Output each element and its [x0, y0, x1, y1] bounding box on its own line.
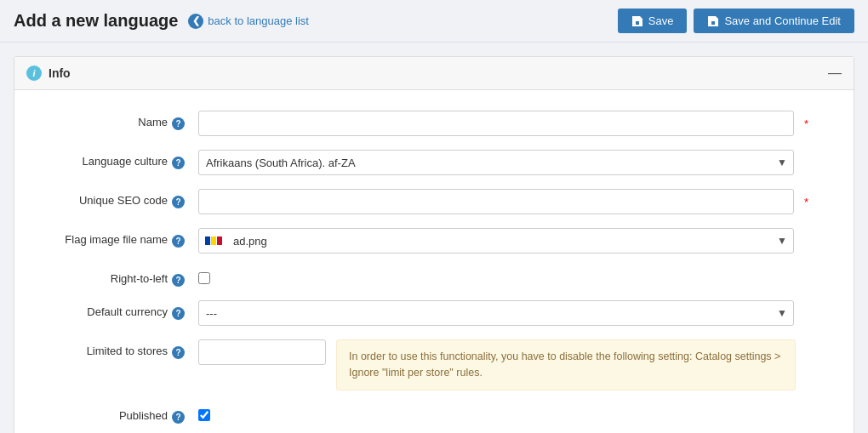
flag-image-row: Flag image file name ? ad.p: [14, 221, 854, 260]
content-area: i Info — Name ? * Language cul: [0, 43, 868, 433]
name-row: Name ? *: [14, 104, 854, 143]
language-culture-label: Language culture ?: [28, 150, 198, 169]
seo-code-input[interactable]: [198, 189, 794, 214]
flag-select-wrap: ad.png ▼: [198, 228, 794, 254]
default-currency-select-wrap: --- ▼: [198, 300, 794, 326]
language-culture-control-wrap: Afrikaans (South Africa). af-ZA ▼: [198, 150, 840, 175]
collapse-icon[interactable]: —: [828, 66, 842, 80]
seo-code-help-icon[interactable]: ?: [172, 196, 185, 208]
language-culture-select-wrap: Afrikaans (South Africa). af-ZA ▼: [198, 150, 794, 175]
limited-stores-control-wrap: In order to use this functionality, you …: [198, 339, 840, 390]
panel-header: i Info —: [14, 57, 854, 90]
top-bar: Add a new language ❮ back to language li…: [0, 0, 868, 43]
published-label: Published ?: [28, 404, 198, 424]
default-currency-label: Default currency ?: [28, 300, 198, 320]
panel-header-left: i Info: [26, 66, 71, 81]
limited-stores-input[interactable]: [198, 339, 326, 365]
panel-body: Name ? * Language culture ? Afrikaa: [14, 90, 854, 433]
published-row: Published ?: [14, 397, 854, 430]
seo-code-control-wrap: *: [198, 189, 840, 214]
info-panel: i Info — Name ? * Language cul: [14, 56, 854, 433]
flag-image-select[interactable]: ad.png: [198, 228, 794, 254]
seo-code-row: Unique SEO code ? *: [14, 182, 854, 221]
flag-image-control-wrap: ad.png ▼: [198, 228, 840, 254]
display-order-row: Display order ? ▲ ▼: [14, 430, 854, 434]
save-continue-icon: [707, 15, 719, 27]
default-currency-row: Default currency ? --- ▼: [14, 293, 854, 333]
back-circle-icon: ❮: [188, 14, 203, 29]
default-currency-help-icon[interactable]: ?: [172, 307, 185, 320]
language-culture-help-icon[interactable]: ?: [172, 157, 185, 169]
back-link-label: back to language list: [208, 14, 309, 27]
name-input[interactable]: [198, 111, 794, 136]
rtl-help-icon[interactable]: ?: [172, 274, 185, 287]
back-to-list-link[interactable]: ❮ back to language list: [188, 14, 309, 29]
page-title: Add a new language: [14, 11, 178, 31]
limited-stores-row: Limited to stores ? In order to use this…: [14, 333, 854, 397]
limited-stores-label: Limited to stores ?: [28, 339, 198, 359]
name-required: *: [804, 117, 808, 130]
panel-info-icon: i: [26, 66, 42, 81]
rtl-row: Right-to-left ?: [14, 260, 854, 293]
name-help-icon[interactable]: ?: [172, 117, 185, 130]
language-culture-select[interactable]: Afrikaans (South Africa). af-ZA: [198, 150, 794, 175]
rtl-label: Right-to-left ?: [28, 267, 198, 287]
flag-image-label: Flag image file name ?: [28, 228, 198, 248]
seo-code-label: Unique SEO code ?: [28, 189, 198, 208]
default-currency-select[interactable]: ---: [198, 300, 794, 326]
panel-title: Info: [49, 66, 71, 80]
published-control-wrap: [198, 404, 840, 421]
published-help-icon[interactable]: ?: [172, 411, 185, 424]
top-bar-actions: Save Save and Continue Edit: [618, 9, 854, 33]
limited-stores-help-icon[interactable]: ?: [172, 346, 185, 359]
rtl-checkbox[interactable]: [198, 272, 210, 284]
name-control-wrap: *: [198, 111, 840, 136]
limited-stores-info-message: In order to use this functionality, you …: [336, 339, 796, 390]
name-label: Name ?: [28, 111, 198, 130]
save-icon: [631, 15, 643, 27]
seo-code-required: *: [804, 196, 808, 208]
language-culture-row: Language culture ? Afrikaans (South Afri…: [14, 143, 854, 182]
rtl-control-wrap: [198, 267, 840, 284]
default-currency-control-wrap: --- ▼: [198, 300, 840, 326]
save-continue-label: Save and Continue Edit: [724, 14, 841, 27]
flag-image-help-icon[interactable]: ?: [172, 235, 185, 248]
save-label: Save: [648, 14, 674, 27]
published-checkbox[interactable]: [198, 409, 210, 421]
save-continue-button[interactable]: Save and Continue Edit: [694, 9, 854, 33]
save-button[interactable]: Save: [618, 9, 688, 33]
